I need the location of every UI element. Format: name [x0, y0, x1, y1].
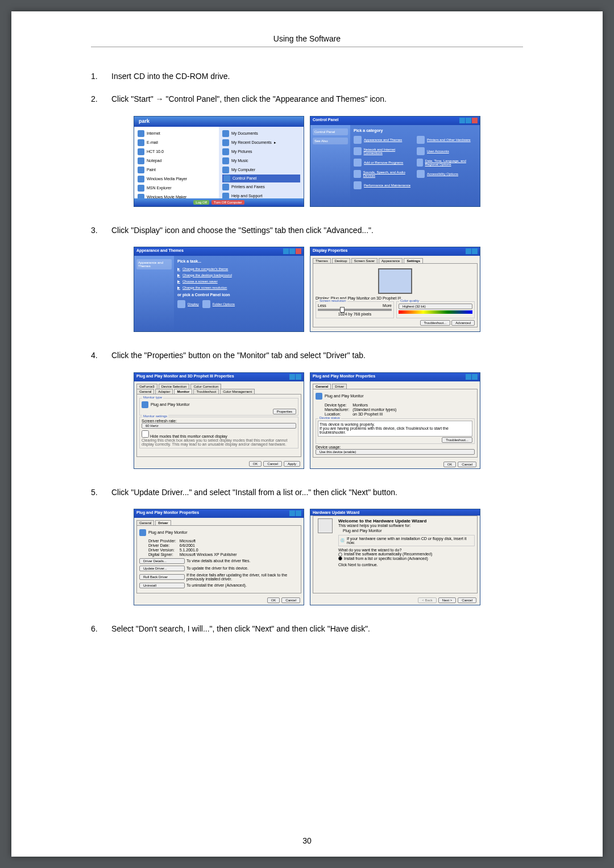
tab-adapter[interactable]: Adapter — [155, 389, 173, 394]
rollback-button[interactable]: Roll Back Driver — [139, 574, 185, 580]
task-item[interactable]: ▶ Change the computer's theme — [177, 265, 300, 272]
window-buttons[interactable] — [459, 118, 478, 124]
advanced-monitor-figure: Plug and Play Monitor and 3D Prophet III… — [134, 372, 304, 469]
sm-item[interactable]: Printers and Faxes — [231, 185, 265, 189]
opt1-radio[interactable] — [338, 553, 342, 556]
sm-item[interactable]: Internet — [147, 131, 160, 135]
cp-category[interactable]: Sounds, Speech, and Audio Devices — [354, 169, 413, 179]
cp-icon-display[interactable]: Display — [177, 299, 199, 309]
tab-colcorr[interactable]: Color Correction — [190, 384, 221, 389]
tab-desktop[interactable]: Desktop — [332, 258, 350, 263]
turnoff-button[interactable]: Turn Off Computer — [211, 200, 244, 205]
uninstall-button[interactable]: Uninstall — [139, 583, 185, 588]
ok-button[interactable]: OK — [267, 597, 280, 603]
tab-driver[interactable]: Driver — [332, 384, 347, 389]
cp-category[interactable]: Accessibility Options — [417, 169, 476, 179]
troubleshoot-button[interactable]: Troubleshoot... — [420, 320, 451, 326]
step-4: 4. Click the "Properties" button on the … — [91, 349, 523, 362]
window-buttons[interactable] — [283, 248, 301, 255]
ok-button[interactable]: OK — [249, 461, 262, 467]
tab-colmgmt[interactable]: Color Management — [220, 389, 255, 394]
window-buttons[interactable] — [289, 374, 301, 380]
tab-trouble[interactable]: Troubleshoot — [193, 389, 219, 394]
tab-monitor[interactable]: Monitor — [174, 389, 192, 394]
cancel-button[interactable]: Cancel — [458, 597, 476, 603]
cp-category[interactable]: User Accounts — [417, 146, 476, 156]
driver-details-button[interactable]: Driver Details... — [139, 558, 185, 564]
start-menu-left-column: Internet E-mail HCT 10.0 Notepad Paint W… — [134, 117, 219, 206]
tab-appearance[interactable]: Appearance — [379, 258, 403, 263]
tab-driver[interactable]: Driver — [155, 520, 171, 525]
control-panel-item[interactable]: Control Panel — [233, 176, 256, 180]
cancel-button[interactable]: Cancel — [458, 462, 476, 467]
tab-themes[interactable]: Themes — [313, 258, 331, 263]
figure-row-3: Plug and Play Monitor and 3D Prophet III… — [91, 372, 523, 469]
cp-category[interactable]: Printers and Other Hardware — [417, 135, 476, 145]
start-menu-footer: Log Off Turn Off Computer — [134, 198, 304, 206]
hide-modes-checkbox[interactable] — [142, 430, 149, 438]
next-button[interactable]: Next > — [438, 597, 457, 603]
cp-category[interactable]: Performance and Maintenance — [354, 180, 413, 190]
apply-button[interactable]: Apply — [460, 331, 476, 332]
tab-general[interactable]: General — [313, 384, 331, 389]
advanced-button[interactable]: Advanced — [451, 320, 475, 326]
cp-category[interactable]: Appearance and Themes — [354, 135, 413, 145]
wiz-welcome: Welcome to the Hardware Update Wizard — [338, 518, 475, 524]
update-driver-button[interactable]: Update Driver... — [139, 566, 185, 571]
sm-item[interactable]: My Documents — [231, 131, 258, 135]
sm-item[interactable]: E-mail — [147, 140, 158, 144]
tab-devsel[interactable]: Device Selection — [159, 384, 190, 389]
start-button[interactable]: start — [134, 206, 153, 207]
wiz-cd-note: If your hardware came with an installati… — [347, 537, 473, 545]
task-item[interactable]: ▶ Change the screen resolution — [177, 284, 300, 290]
at-sidebar: Appearance and Themes — [134, 256, 174, 332]
resolution-slider[interactable] — [318, 309, 392, 311]
usage-select[interactable]: Use this device (enable) — [316, 449, 475, 455]
cp-category[interactable]: Network and Internet Connections — [354, 146, 413, 156]
logoff-button[interactable]: Log Off — [193, 200, 209, 205]
sm-item[interactable]: Windows Media Player — [147, 177, 187, 181]
window-buttons[interactable] — [465, 248, 478, 255]
ok-button[interactable]: OK — [425, 331, 438, 332]
wiz-device: Plug and Play Monitor — [343, 529, 475, 533]
cancel-button[interactable]: Cancel — [263, 461, 282, 467]
tab-screensaver[interactable]: Screen Saver — [351, 258, 377, 263]
task-item[interactable]: ▶ Choose a screen saver — [177, 278, 300, 284]
window-buttons[interactable] — [465, 374, 478, 380]
sm-item[interactable]: My Computer — [231, 168, 255, 172]
cp-pick-category: Pick a category — [354, 128, 476, 132]
sm-item[interactable]: Help and Support — [231, 194, 262, 198]
opt2-radio[interactable] — [338, 556, 342, 560]
properties-button[interactable]: Properties — [273, 409, 296, 414]
cp-category[interactable]: Add or Remove Programs — [354, 157, 413, 168]
troubleshoot-button[interactable]: Troubleshoot... — [442, 437, 472, 443]
sm-item[interactable]: HCT 10.0 — [147, 149, 164, 153]
refresh-select[interactable]: 60 Hertz — [142, 423, 296, 429]
tab-general[interactable]: General — [136, 389, 154, 394]
tab-general[interactable]: General — [136, 520, 154, 525]
msn-icon — [138, 185, 144, 192]
hardware-wizard-figure: Hardware Update Wizard Welcome to the Ha… — [310, 509, 480, 605]
tab-geforce[interactable]: GeForce3 — [136, 384, 157, 389]
sm-item[interactable]: Paint — [147, 168, 156, 172]
sm-item[interactable]: MSN Explorer — [147, 186, 172, 190]
cancel-button[interactable]: Cancel — [439, 331, 458, 332]
sm-item[interactable]: Notepad — [147, 159, 161, 163]
cp-category[interactable]: Date, Time, Language, and Regional Optio… — [417, 157, 476, 168]
appearance-themes-figure: Appearance and Themes Appearance and The… — [134, 247, 304, 332]
task-item[interactable]: ▶ Change the desktop background — [177, 272, 300, 278]
sm-item[interactable]: My Recent Documents — [231, 140, 272, 144]
step-number: 4. — [91, 349, 111, 362]
tab-settings[interactable]: Settings — [404, 258, 423, 263]
apply-button[interactable]: Apply — [284, 461, 300, 467]
color-quality-select[interactable]: Highest (32 bit) — [399, 304, 472, 309]
cancel-button[interactable]: Cancel — [281, 597, 300, 603]
step-number: 1. — [91, 70, 111, 82]
email-icon — [138, 139, 144, 146]
ok-button[interactable]: OK — [443, 462, 457, 467]
sm-item[interactable]: My Pictures — [231, 149, 252, 153]
window-buttons[interactable] — [289, 510, 301, 517]
sm-item[interactable]: My Music — [231, 159, 248, 163]
cp-icon-folder[interactable]: Folder Options — [202, 299, 235, 309]
internet-icon — [138, 130, 144, 137]
